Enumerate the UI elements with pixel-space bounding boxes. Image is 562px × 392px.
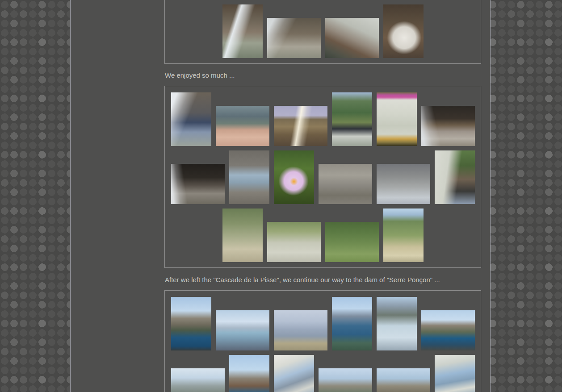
photo-thumbnail[interactable] (332, 297, 372, 350)
photo-thumbnail[interactable] (319, 368, 372, 392)
photo-thumbnail[interactable] (274, 150, 314, 204)
photo-thumbnail[interactable] (267, 18, 321, 58)
page-background: { "palette": { "bg-base": "#484847", "co… (0, 0, 562, 392)
photo-thumbnail[interactable] (377, 92, 417, 146)
photo-row (171, 209, 475, 262)
photo-row (171, 150, 475, 204)
photo-thumbnail[interactable] (274, 106, 327, 146)
photo-thumbnail[interactable] (383, 209, 424, 262)
photo-row (171, 92, 475, 146)
photo-thumbnail[interactable] (383, 4, 424, 58)
photo-thumbnail[interactable] (216, 310, 269, 350)
caption-dam: After we left the "Cascade de la Pisse",… (165, 276, 478, 284)
photo-thumbnail[interactable] (435, 150, 475, 204)
gallery-box-cascade-top (164, 0, 481, 64)
photo-thumbnail[interactable] (325, 18, 379, 58)
gallery-box-dam (164, 290, 481, 392)
photo-thumbnail[interactable] (421, 106, 475, 146)
photo-thumbnail[interactable] (171, 297, 211, 350)
photo-thumbnail[interactable] (421, 310, 475, 350)
photo-thumbnail[interactable] (274, 355, 314, 392)
photo-thumbnail[interactable] (222, 209, 263, 262)
content-column: We enjoyed so much ... After we left the… (70, 0, 491, 392)
photo-row (171, 297, 475, 350)
photo-row (171, 4, 475, 58)
photo-thumbnail[interactable] (171, 368, 225, 392)
photo-thumbnail[interactable] (377, 164, 430, 204)
photo-thumbnail[interactable] (229, 355, 269, 392)
photo-thumbnail[interactable] (222, 4, 263, 58)
gallery-box-enjoyed (164, 86, 481, 268)
photo-thumbnail[interactable] (216, 106, 269, 146)
photo-thumbnail[interactable] (325, 222, 379, 262)
photo-thumbnail[interactable] (171, 164, 225, 204)
photo-thumbnail[interactable] (274, 310, 327, 350)
photo-thumbnail[interactable] (267, 222, 321, 262)
photo-thumbnail[interactable] (377, 368, 430, 392)
photo-thumbnail[interactable] (171, 92, 211, 146)
photo-row (171, 355, 475, 392)
photo-thumbnail[interactable] (319, 164, 372, 204)
photo-thumbnail[interactable] (229, 150, 269, 204)
photo-thumbnail[interactable] (332, 92, 372, 146)
photo-thumbnail[interactable] (377, 297, 417, 350)
photo-thumbnail[interactable] (435, 355, 475, 392)
caption-enjoyed: We enjoyed so much ... (165, 71, 478, 79)
